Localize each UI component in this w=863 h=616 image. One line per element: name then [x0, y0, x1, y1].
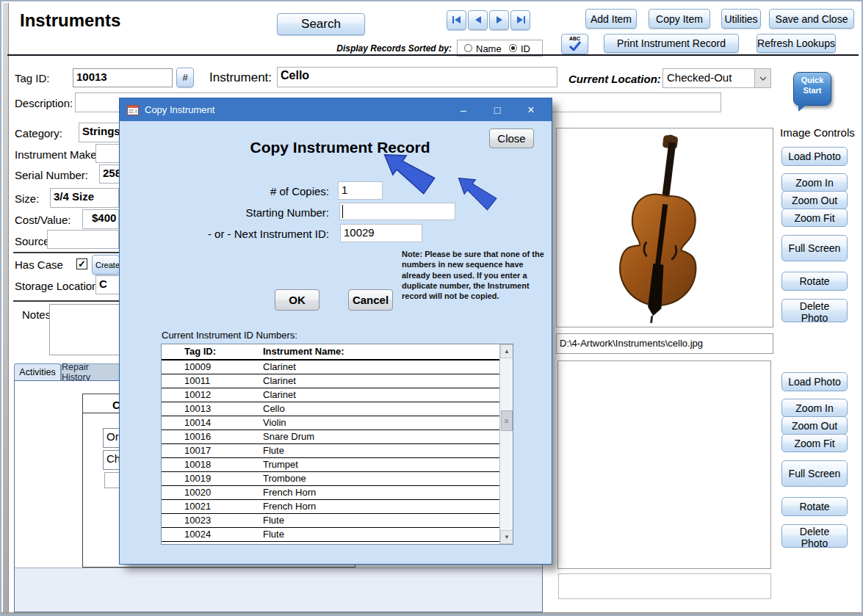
scrollbar-thumb[interactable]: ≡: [501, 410, 513, 431]
table-row[interactable]: 10017Flute: [162, 444, 501, 458]
table-header-row: Tag ID: Instrument Name:: [162, 344, 501, 360]
notes-textarea[interactable]: [49, 304, 120, 355]
copy-item-button[interactable]: Copy Item: [649, 9, 710, 29]
table-scrollbar[interactable]: ▲ ≡ ▼: [499, 344, 513, 544]
next-instrument-id-field[interactable]: 10029: [340, 224, 422, 242]
sort-id-radio[interactable]: [509, 44, 517, 52]
photo-path-field-1[interactable]: D:\4-Artwork\Instruments\cello.jpg: [556, 333, 773, 354]
bottom-resize-bar[interactable]: [1, 612, 863, 616]
minimize-icon[interactable]: –: [449, 98, 478, 121]
load-photo-button[interactable]: Load Photo: [781, 372, 848, 391]
text-caret: [342, 205, 343, 218]
zoom-fit-button[interactable]: Zoom Fit: [781, 434, 848, 452]
current-location-label: Current Location:: [568, 73, 661, 85]
instrument-name-cell: Trumpet: [263, 458, 501, 472]
instrument-field[interactable]: Cello: [277, 67, 557, 87]
instrument-name-cell: Snare Drum: [263, 430, 501, 444]
delete-photo-button[interactable]: Delete Photo: [781, 524, 848, 548]
tag-id-cell: 10013: [162, 402, 263, 416]
table-row[interactable]: 10013Cello: [162, 402, 501, 416]
save-and-close-button[interactable]: Save and Close: [769, 9, 854, 29]
delete-photo-button[interactable]: Delete Photo: [781, 299, 848, 322]
photo-path-field-2[interactable]: [558, 573, 771, 599]
ok-button[interactable]: OK: [275, 289, 319, 311]
scroll-down-icon[interactable]: ▼: [500, 530, 513, 544]
close-icon[interactable]: ×: [516, 98, 546, 121]
starting-number-field[interactable]: [339, 203, 455, 220]
form-divider-1: [13, 252, 120, 253]
tag-id-cell: 10021: [162, 500, 263, 514]
spell-check-button[interactable]: ABC: [561, 34, 588, 54]
full-screen-button[interactable]: Full Screen: [781, 235, 848, 261]
zoom-in-button[interactable]: Zoom In: [781, 173, 848, 192]
spell-check-abc-label: ABC: [569, 36, 580, 41]
current-location-value: Checked-Out: [667, 71, 732, 84]
zoom-fit-button[interactable]: Zoom Fit: [781, 209, 848, 227]
sort-name-radio[interactable]: [464, 44, 472, 52]
table-row[interactable]: 10016Snare Drum: [162, 430, 501, 444]
tag-id-field[interactable]: 10013: [73, 68, 173, 87]
rotate-button[interactable]: Rotate: [781, 497, 848, 516]
table-row[interactable]: 10024Flute: [162, 528, 501, 542]
instrument-name-header: Instrument Name:: [263, 344, 501, 360]
cancel-button[interactable]: Cancel: [348, 289, 393, 311]
nav-previous-icon: [474, 15, 483, 26]
table-row[interactable]: 10020French Horn: [162, 486, 501, 500]
zoom-out-button[interactable]: Zoom Out: [781, 191, 848, 209]
table-row[interactable]: 10019Trombone: [162, 472, 501, 486]
table-row[interactable]: 10011Clarinet: [162, 374, 501, 388]
load-photo-button[interactable]: Load Photo: [781, 147, 848, 166]
nav-first-button[interactable]: [447, 10, 466, 30]
source-field[interactable]: [47, 230, 119, 249]
size-label: Size:: [15, 192, 39, 205]
current-location-dropdown[interactable]: Checked-Out: [662, 68, 771, 88]
has-case-checkbox[interactable]: [76, 258, 87, 269]
photo-controls-group: Load PhotoZoom InZoom OutZoom FitFull Sc…: [781, 147, 848, 322]
table-row[interactable]: 10012Clarinet: [162, 388, 501, 402]
instrument-name-cell: Flute: [263, 514, 501, 528]
print-instrument-record-button[interactable]: Print Instrument Record: [604, 34, 739, 53]
table-row[interactable]: 10018Trumpet: [162, 458, 501, 472]
dialog-titlebar[interactable]: Copy Instrument – □ ×: [120, 98, 552, 121]
tab-activities[interactable]: Activities: [14, 363, 61, 380]
create-case-button[interactable]: Create: [92, 255, 120, 275]
copies-field[interactable]: 1: [338, 181, 383, 200]
nav-previous-button[interactable]: [468, 10, 488, 30]
cost-value-field[interactable]: $400: [82, 209, 119, 229]
rotate-button[interactable]: Rotate: [781, 272, 848, 291]
spell-check-icon: [568, 41, 582, 53]
tag-id-format-button[interactable]: #: [176, 68, 194, 87]
tag-id-cell: 10020: [162, 486, 263, 500]
zoom-out-button[interactable]: Zoom Out: [781, 416, 848, 435]
size-field[interactable]: 3/4 Size: [50, 188, 119, 208]
table-row[interactable]: 10014Violin: [162, 416, 501, 430]
category-label: Category:: [15, 127, 62, 139]
utilities-button[interactable]: Utilities: [721, 9, 761, 29]
refresh-lookups-button[interactable]: Refresh Lookups: [757, 34, 836, 53]
tab-repair-history[interactable]: Repair History: [61, 363, 120, 380]
full-screen-button[interactable]: Full Screen: [781, 460, 848, 487]
zoom-in-button[interactable]: Zoom In: [781, 399, 848, 417]
copies-label: # of Copies:: [182, 185, 329, 198]
table-row[interactable]: 10023Flute: [162, 514, 501, 528]
photo-frame-1: [556, 128, 773, 327]
instrument-id-table: Tag ID: Instrument Name: 10009Clarinet10…: [161, 344, 513, 545]
maximize-icon[interactable]: □: [483, 98, 512, 121]
add-item-button[interactable]: Add Item: [585, 9, 637, 29]
sort-name-label: Name: [476, 43, 502, 54]
quick-start-button[interactable]: Quick Start: [793, 72, 831, 106]
chevron-down-icon[interactable]: [754, 69, 770, 87]
instrument-id-table-body: 10009Clarinet10011Clarinet10012Clarinet1…: [162, 360, 501, 542]
nav-first-icon: [452, 15, 462, 26]
instrument-label: Instrument:: [209, 70, 272, 85]
table-row[interactable]: 10009Clarinet: [162, 360, 501, 374]
instrument-name-cell: Trombone: [263, 472, 501, 486]
scroll-up-icon[interactable]: ▲: [500, 344, 513, 358]
nav-next-button[interactable]: [489, 10, 509, 30]
storage-location-field[interactable]: C: [95, 275, 120, 294]
table-row[interactable]: 10021French Horn: [162, 500, 501, 514]
nav-last-button[interactable]: [510, 10, 530, 30]
app-window: Instruments Search Display Records Sorte…: [0, 0, 863, 616]
dialog-close-button[interactable]: Close: [489, 128, 534, 148]
search-button[interactable]: Search: [277, 13, 365, 35]
